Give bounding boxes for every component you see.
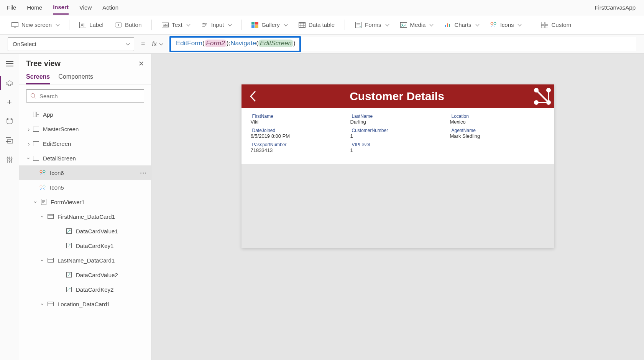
svg-line-78 (536, 90, 549, 102)
media-icon (400, 21, 407, 28)
custom-button[interactable]: Custom (537, 19, 575, 31)
label-icon (65, 272, 73, 277)
svg-point-30 (491, 22, 493, 25)
input-icon (201, 21, 208, 28)
svg-point-46 (9, 160, 10, 162)
data-table-button[interactable]: Data table (295, 19, 338, 31)
menu-file[interactable]: File (7, 1, 16, 14)
tree-node-detailscreen[interactable]: › DetailScreen (19, 151, 151, 165)
svg-rect-50 (33, 112, 36, 117)
tree-node-icon6[interactable]: Icon6 ··· (19, 165, 151, 180)
more-icon[interactable]: ··· (140, 170, 147, 176)
fx-label[interactable]: fx (152, 41, 163, 48)
tab-screens[interactable]: Screens (26, 73, 50, 84)
screen-header: Customer Details (242, 84, 554, 108)
screen-header-title: Customer Details (264, 90, 530, 103)
tree-view-panel: Tree view ✕ Screens Components App (19, 54, 151, 360)
tree-node-datacardkey1[interactable]: DataCardKey1 (19, 238, 151, 253)
canvas[interactable]: Customer Details (151, 54, 644, 360)
field-customernumber: CustomerNumber 1 (350, 128, 445, 139)
menu-home[interactable]: Home (27, 1, 42, 14)
svg-point-45 (7, 157, 8, 159)
close-icon[interactable]: ✕ (138, 59, 144, 68)
menu-view[interactable]: View (79, 1, 92, 14)
search-icon (30, 93, 36, 99)
left-rail: + (0, 54, 19, 360)
svg-rect-15 (251, 25, 255, 28)
tree-node-app[interactable]: App (19, 107, 151, 122)
gallery-button[interactable]: Gallery (248, 19, 291, 31)
back-icon[interactable] (242, 90, 264, 103)
label-icon (79, 21, 86, 28)
svg-point-11 (203, 23, 204, 24)
rail-insert[interactable]: + (4, 97, 15, 107)
label-icon (65, 287, 73, 292)
new-screen-button[interactable]: New screen (8, 19, 63, 31)
svg-point-48 (31, 94, 35, 97)
field-firstname: FirstName Viki (251, 114, 346, 125)
svg-point-56 (40, 170, 42, 173)
input-button[interactable]: Input (197, 19, 235, 31)
tree-node-firstname-datacard1[interactable]: › FirstName_DataCard1 (19, 209, 151, 224)
menu-action[interactable]: Action (102, 1, 118, 14)
tree-node-masterscreen[interactable]: › MasterScreen (19, 122, 151, 136)
charts-icon (444, 21, 451, 28)
media-button[interactable]: Media (396, 19, 437, 31)
app-icon (32, 112, 40, 117)
tree-node-location-datacard1[interactable]: › Location_DataCard1 (19, 297, 151, 311)
charts-button[interactable]: Charts (440, 19, 482, 31)
svg-rect-1 (14, 27, 16, 28)
tree-search[interactable] (26, 89, 144, 102)
form-icon (40, 199, 48, 205)
forms-button[interactable]: Forms (351, 19, 393, 31)
tree-node-editscreen[interactable]: › EditScreen (19, 136, 151, 151)
label-button[interactable]: Label (76, 19, 107, 31)
field-passportnumber: PassportNumber 71833413 (251, 142, 346, 153)
formula-input[interactable]: EditForm(Form2);Navigate(EditScreen) (168, 37, 636, 51)
tab-components[interactable]: Components (58, 73, 93, 84)
svg-point-12 (205, 24, 206, 25)
rail-hamburger[interactable] (4, 59, 15, 68)
property-dropdown[interactable]: OnSelect (8, 37, 134, 51)
datacard-icon (47, 302, 54, 306)
tree-view-title: Tree view (26, 59, 61, 68)
svg-rect-68 (48, 258, 54, 263)
tree-node-datacardkey2[interactable]: DataCardKey2 (19, 282, 151, 297)
forms-icon (355, 21, 362, 28)
tree-node-icon5[interactable]: Icon5 (19, 180, 151, 195)
svg-text:abc: abc (163, 23, 169, 27)
svg-rect-14 (255, 22, 258, 25)
svg-point-59 (43, 185, 45, 187)
icons-button[interactable]: Icons (486, 19, 525, 31)
svg-rect-34 (541, 25, 544, 28)
svg-rect-52 (36, 115, 39, 117)
rail-data[interactable] (4, 117, 15, 126)
tree-node-lastname-datacard1[interactable]: › LastName_DataCard1 (19, 253, 151, 268)
button-button[interactable]: Button (111, 19, 145, 31)
rail-media[interactable] (4, 136, 15, 145)
text-icon: abc (162, 21, 169, 28)
table-icon (299, 21, 306, 28)
svg-point-5 (118, 24, 119, 26)
screen-icon (32, 127, 40, 132)
new-screen-label: New screen (21, 21, 52, 28)
svg-point-39 (7, 118, 12, 120)
svg-rect-72 (48, 302, 54, 306)
tree-node-formviewer1[interactable]: › FormViewer1 (19, 195, 151, 209)
edit-icon[interactable] (530, 86, 554, 107)
rail-tree-view[interactable] (4, 78, 15, 88)
menu-insert[interactable]: Insert (53, 1, 69, 15)
screen-icon (32, 156, 40, 161)
tree-node-datacardvalue2[interactable]: DataCardValue2 (19, 268, 151, 282)
custom-icon (541, 21, 548, 28)
chevron-down-icon (125, 41, 129, 47)
field-viplevel: VIPLevel 1 (350, 142, 445, 153)
menu-bar: File Home Insert View Action FirstCanvas… (0, 0, 644, 15)
svg-point-47 (11, 158, 12, 160)
screen-icon (12, 21, 18, 28)
tree-node-datacardvalue1[interactable]: DataCardValue1 (19, 224, 151, 238)
text-button[interactable]: abc Text (158, 19, 194, 31)
svg-rect-27 (445, 25, 446, 27)
rail-advanced[interactable] (4, 155, 15, 164)
tree-search-input[interactable] (39, 93, 140, 99)
